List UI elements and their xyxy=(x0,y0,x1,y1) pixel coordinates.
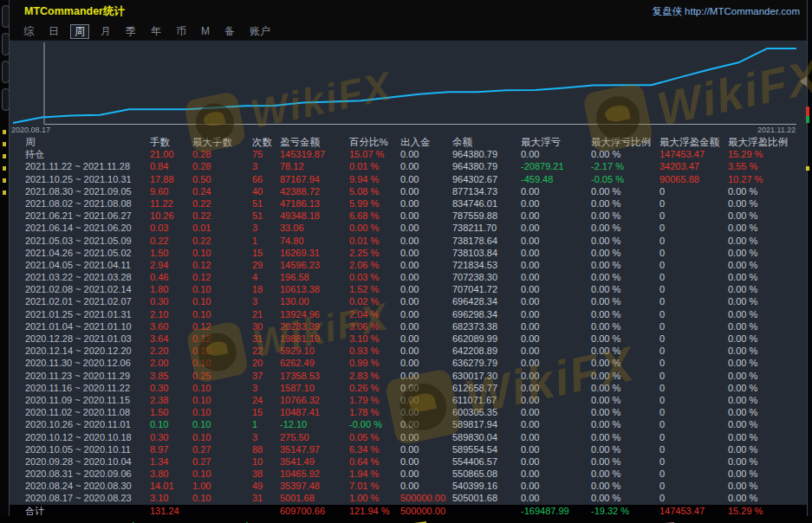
cell-max-float-profit-pct: 0.00 % xyxy=(728,480,807,492)
cell-max-lots: 0.27 xyxy=(192,455,252,468)
table-row[interactable]: 2021.03.22 ~ 2021.03.280.460.124196.580.… xyxy=(10,271,807,283)
table-row[interactable]: 2020.12.14 ~ 2020.12.202.200.10225929.10… xyxy=(10,345,807,357)
cell-balance: 964380.79 xyxy=(452,160,521,172)
table-row[interactable]: 2020.08.31 ~ 2020.09.063.800.103810465.9… xyxy=(10,468,807,480)
table-row[interactable]: 2021.06.14 ~ 2021.06.200.030.01333.060.0… xyxy=(10,222,807,234)
cell-max-float-loss: 0.00 xyxy=(521,283,591,295)
cell-percent: 1.78 % xyxy=(349,406,400,418)
cell-percent: 0.26 % xyxy=(349,382,400,394)
cell-trades: 88 xyxy=(252,443,280,455)
menu-item-季[interactable]: 季 xyxy=(122,25,140,38)
table-row[interactable]: 2020.09.28 ~ 2020.10.041.340.27103541.49… xyxy=(10,455,807,468)
menu-item-账户[interactable]: 账户 xyxy=(246,25,274,38)
table-row[interactable]: 2020.08.17 ~ 2020.08.233.100.10315001.68… xyxy=(10,492,807,504)
cell-profit-amount: 14596.23 xyxy=(280,259,349,271)
cell-week-range: 2020.11.09 ~ 2020.11.15 xyxy=(25,394,150,406)
cell-max-float-profit: 0 xyxy=(659,247,728,259)
table-row[interactable]: 2020.10.12 ~ 2020.10.180.300.103275.500.… xyxy=(10,431,807,443)
table-row[interactable]: 持仓21.000.2875145319.8715.07 %0.00964380.… xyxy=(10,148,807,160)
table-row[interactable]: 2020.10.05 ~ 2020.10.118.970.278835147.9… xyxy=(10,443,807,455)
cell-percent: 1.79 % xyxy=(349,394,400,406)
cell-max-float-loss: 0.00 xyxy=(521,357,591,369)
cell-max-lots: 0.10 xyxy=(192,394,252,406)
cell-balance: 662089.99 xyxy=(452,333,521,345)
cell-percent: 1.00 % xyxy=(349,492,400,504)
cell-week-range: 2020.11.02 ~ 2020.11.08 xyxy=(25,406,150,418)
table-row[interactable]: 2020.11.16 ~ 2020.11.220.300.1031587.100… xyxy=(10,382,807,394)
cell-lots: 10.26 xyxy=(150,210,192,222)
cell-profit-amount: 盈亏金额 xyxy=(280,136,349,148)
menu-item-日[interactable]: 日 xyxy=(45,25,62,38)
table-row[interactable]: 2021.11.22 ~ 2021.11.280.840.28378.120.0… xyxy=(10,160,807,172)
cell-profit-amount: 10613.38 xyxy=(280,283,349,295)
table-row[interactable]: 2020.10.26 ~ 2020.11.010.100.101-12.10-0… xyxy=(10,418,807,430)
cell-profit-amount: 87167.94 xyxy=(280,173,349,185)
cell-deposit-withdraw: 0.00 xyxy=(400,222,452,234)
brand-link[interactable]: 复盘侠 http://MTCommander.com xyxy=(652,5,800,18)
chart-end-date-label: 2021.11.22 xyxy=(757,126,796,134)
cell-deposit-withdraw: 出入金 xyxy=(400,136,452,148)
table-row[interactable]: 2021.05.03 ~ 2021.05.090.220.22174.800.0… xyxy=(10,235,807,247)
cell-max-float-loss: 0.00 xyxy=(521,271,591,283)
yellow-tick xyxy=(3,142,6,146)
cell-max-float-profit-pct: 0.00 % xyxy=(728,455,807,468)
weekly-stats-table: 周手数最大手数次数盈亏金额百分比%出入金余额最大浮亏最大浮亏比例最大浮盈金额最大… xyxy=(10,136,807,518)
cell-trades: 38 xyxy=(252,468,280,480)
table-row[interactable]: 2020.11.23 ~ 2020.11.293.850.253717358.5… xyxy=(10,370,807,382)
cell-lots: 17.88 xyxy=(150,173,192,185)
menu-item-币[interactable]: 币 xyxy=(172,25,190,38)
cell-max-float-profit-pct: 0.00 % xyxy=(728,222,807,234)
menu-item-月[interactable]: 月 xyxy=(97,25,114,38)
cell-profit-amount: 42388.72 xyxy=(280,185,349,197)
cell-trades: 51 xyxy=(252,197,280,210)
table-row[interactable]: 2020.08.24 ~ 2020.08.3014.011.004935397.… xyxy=(10,480,807,492)
cell-deposit-withdraw: 0.00 xyxy=(400,185,452,197)
cell-max-float-loss: 0.00 xyxy=(521,406,591,418)
table-row[interactable]: 2021.01.04 ~ 2021.01.103.600.123020283.3… xyxy=(10,320,807,333)
cell-max-float-loss-pct: 0.00 % xyxy=(591,406,659,418)
cell-trades: 31 xyxy=(252,492,280,504)
mtcommander-stats-window: MTCommander统计 复盘侠 http://MTCommander.com… xyxy=(9,0,808,519)
cell-max-float-profit-pct: 0.00 % xyxy=(728,357,807,369)
cell-deposit-withdraw: 0.00 xyxy=(400,283,452,295)
equity-curve-chart: 2020.08.17 2021.11.22 xyxy=(10,41,807,136)
table-row[interactable]: 2021.08.30 ~ 2021.09.059.600.244042388.7… xyxy=(10,185,807,197)
menu-item-M[interactable]: M xyxy=(198,25,213,38)
cell-percent: 2.06 % xyxy=(349,259,400,271)
table-row[interactable]: 2021.04.26 ~ 2021.05.021.500.101516269.3… xyxy=(10,247,807,259)
table-row[interactable]: 2020.11.02 ~ 2020.11.081.500.101510487.4… xyxy=(10,406,807,418)
cell-week-range: 2020.11.30 ~ 2020.12.06 xyxy=(25,357,150,369)
cell-week-range: 2020.10.26 ~ 2020.11.01 xyxy=(25,418,150,430)
table-row[interactable]: 2020.12.28 ~ 2021.01.033.640.123119881.1… xyxy=(10,333,807,345)
table-row[interactable]: 2020.11.09 ~ 2020.11.152.380.102410766.3… xyxy=(10,394,807,406)
cell-trades: 21 xyxy=(252,308,280,320)
table-row[interactable]: 2021.06.21 ~ 2021.06.2710.260.225149348.… xyxy=(10,210,807,222)
cell-max-float-profit: 0 xyxy=(659,222,728,234)
cell-trades: 40 xyxy=(252,185,280,197)
cell-max-float-loss: 0.00 xyxy=(521,455,591,468)
menu-item-周[interactable]: 周 xyxy=(70,24,89,39)
table-row[interactable]: 2021.10.25 ~ 2021.10.3117.880.506687167.… xyxy=(10,173,807,185)
menu-item-综[interactable]: 综 xyxy=(20,25,37,38)
cell-max-float-profit: 0 xyxy=(659,210,728,222)
cell-lots: 手数 xyxy=(150,136,192,148)
cell-week-range: 2021.08.30 ~ 2021.09.05 xyxy=(25,185,150,197)
menu-item-年[interactable]: 年 xyxy=(147,25,165,38)
cell-max-float-profit: 0 xyxy=(659,382,728,394)
cell-max-float-profit-pct: 0.00 % xyxy=(728,295,807,307)
cell-max-float-profit: 0 xyxy=(659,394,728,406)
menu-item-备[interactable]: 备 xyxy=(221,25,238,38)
table-row[interactable]: 2021.02.01 ~ 2021.02.070.300.103130.000.… xyxy=(10,295,807,307)
cell-balance: 682373.38 xyxy=(452,320,521,333)
cell-max-float-profit-pct: 0.00 % xyxy=(728,320,807,333)
cell-max-float-loss: 0.00 xyxy=(521,370,591,382)
cell-deposit-withdraw: 0.00 xyxy=(400,443,452,455)
table-row[interactable]: 2021.08.02 ~ 2021.08.0811.220.225147186.… xyxy=(10,197,807,210)
table-row[interactable]: 2020.11.30 ~ 2020.12.062.000.10206262.49… xyxy=(10,357,807,369)
cell-max-float-loss-pct: 0.00 % xyxy=(591,210,659,222)
table-row[interactable]: 2021.01.25 ~ 2021.01.312.100.102113924.9… xyxy=(10,308,807,320)
table-row[interactable]: 2021.04.05 ~ 2021.04.112.940.122914596.2… xyxy=(10,259,807,271)
cell-deposit-withdraw: 0.00 xyxy=(400,295,452,307)
cell-trades: 次数 xyxy=(252,136,280,148)
table-row[interactable]: 2021.02.08 ~ 2021.02.141.800.101810613.3… xyxy=(10,283,807,295)
